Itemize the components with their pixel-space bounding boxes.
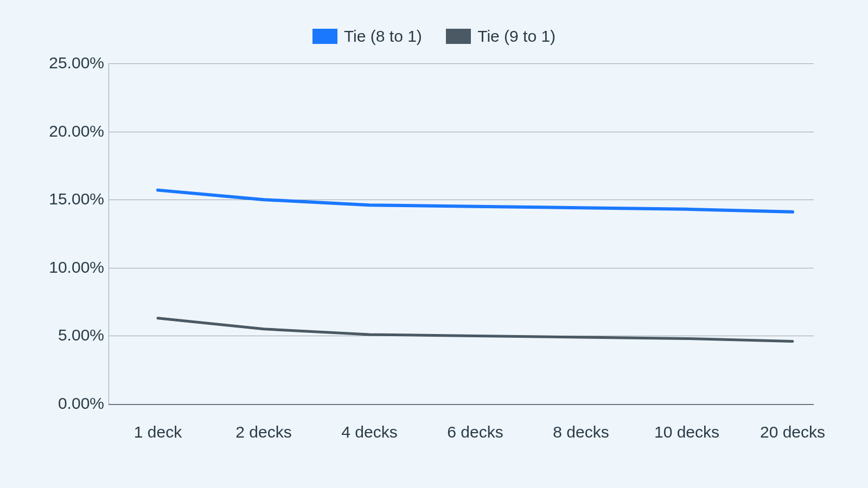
chart-container: Tie (8 to 1) Tie (9 to 1) 0.00% 5.00% 10… (0, 0, 868, 488)
x-tick-label-6: 20 decks (760, 423, 825, 441)
x-tick-label-2: 4 decks (341, 423, 397, 441)
legend-swatch-1 (446, 29, 471, 44)
x-tick-label-0: 1 deck (134, 423, 182, 441)
y-tick-label-0: 0.00% (58, 394, 104, 413)
x-tick-label-1: 2 decks (235, 423, 291, 441)
chart-lines (108, 63, 814, 404)
plot-area (108, 63, 814, 404)
legend: Tie (8 to 1) Tie (9 to 1) (0, 27, 868, 48)
legend-swatch-0 (312, 29, 337, 44)
legend-item-series-1: Tie (9 to 1) (446, 27, 556, 46)
y-tick-label-3: 15.00% (49, 190, 104, 208)
x-tick-label-4: 8 decks (553, 423, 609, 441)
series-line-1 (158, 318, 793, 342)
y-tick-label-2: 10.00% (49, 258, 104, 277)
x-tick-label-3: 6 decks (447, 423, 503, 441)
legend-item-series-0: Tie (8 to 1) (312, 27, 422, 46)
y-tick-label-1: 5.00% (58, 326, 104, 344)
legend-label-0: Tie (8 to 1) (344, 27, 422, 46)
y-tick-label-4: 20.00% (49, 122, 104, 140)
x-tick-label-5: 10 decks (654, 423, 719, 441)
gridline (108, 404, 814, 405)
y-tick-label-5: 25.00% (49, 54, 104, 72)
series-line-0 (158, 190, 793, 212)
legend-label-1: Tie (9 to 1) (477, 27, 556, 46)
